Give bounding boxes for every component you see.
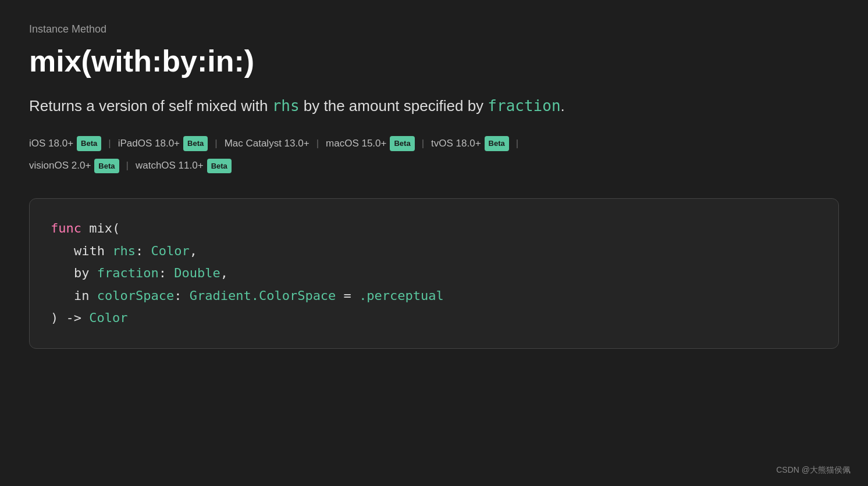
func-name: mix( <box>89 221 120 235</box>
param-with-comma: , <box>190 244 197 258</box>
param-by-type: Double <box>174 266 220 280</box>
platform-macos-name: macOS 15.0+ <box>326 135 386 153</box>
description: Returns a version of self mixed with rhs… <box>29 95 839 117</box>
platform-ipados-name: iPadOS 18.0+ <box>118 135 180 153</box>
keyword-func: func <box>51 221 81 235</box>
param-with-type: Color <box>151 244 189 258</box>
param-in-label: in <box>74 288 97 303</box>
code-line-param-with: with rhs: Color, <box>51 240 817 263</box>
param-in-type: Gradient.ColorSpace <box>190 288 336 303</box>
platform-visionos-beta: Beta <box>94 159 119 173</box>
platform-row-1: iOS 18.0+ Beta | iPadOS 18.0+ Beta | Mac… <box>29 135 839 153</box>
param-with-colon: : <box>136 244 151 258</box>
watermark: CSDN @大熊猫侯佩 <box>776 465 851 476</box>
param-by-label: by <box>74 266 97 280</box>
sep-6: | <box>126 157 129 175</box>
desc-text-end: . <box>561 97 565 115</box>
sep-3: | <box>316 135 319 153</box>
sep-2: | <box>215 135 217 153</box>
desc-text-after-rhs: by the amount specified by <box>300 97 488 115</box>
param-by-colon: : <box>159 266 175 280</box>
arrow-symbol: -> <box>66 310 90 325</box>
code-line-return: ) -> Color <box>51 307 817 330</box>
sep-5: | <box>516 135 518 153</box>
platform-ios: iOS 18.0+ Beta <box>29 135 101 153</box>
code-line-param-in: in colorSpace: Gradient.ColorSpace = .pe… <box>51 285 817 308</box>
platform-maccatalyst: Mac Catalyst 13.0+ <box>225 135 310 153</box>
param-fraction-name: fraction <box>97 266 159 280</box>
param-by-comma: , <box>220 266 228 280</box>
code-line-param-by: by fraction: Double, <box>51 262 817 285</box>
platform-macos-beta: Beta <box>390 136 414 151</box>
instance-method-label: Instance Method <box>29 23 839 35</box>
platform-watchos-beta: Beta <box>207 159 232 173</box>
code-close-paren: ) <box>51 310 66 325</box>
param-in-default: .perceptual <box>359 288 444 303</box>
platform-macos: macOS 15.0+ Beta <box>326 135 415 153</box>
param-in-equals: = <box>336 288 359 303</box>
platform-ios-name: iOS 18.0+ <box>29 135 73 153</box>
platform-row-2: visionOS 2.0+ Beta | watchOS 11.0+ Beta <box>29 157 839 175</box>
param-colorspace-name: colorSpace <box>97 288 174 303</box>
platform-watchos: watchOS 11.0+ Beta <box>136 157 232 175</box>
platform-maccatalyst-name: Mac Catalyst 13.0+ <box>225 135 310 153</box>
desc-text-before-rhs: Returns a version of self mixed with <box>29 97 272 115</box>
platform-tvos-name: tvOS 18.0+ <box>431 135 481 153</box>
platform-visionos-name: visionOS 2.0+ <box>29 157 91 175</box>
method-title: mix(with:by:in:) <box>29 45 839 78</box>
platform-watchos-name: watchOS 11.0+ <box>136 157 204 175</box>
platform-tvos: tvOS 18.0+ Beta <box>431 135 509 153</box>
platform-visionos: visionOS 2.0+ Beta <box>29 157 119 175</box>
sep-1: | <box>108 135 111 153</box>
sep-4: | <box>422 135 424 153</box>
platform-ios-beta: Beta <box>77 136 101 151</box>
platform-ipados: iPadOS 18.0+ Beta <box>118 135 208 153</box>
param-rhs-name: rhs <box>112 244 136 258</box>
desc-code-rhs: rhs <box>272 97 300 115</box>
platform-tvos-beta: Beta <box>485 136 509 151</box>
param-with-label: with <box>74 244 112 258</box>
code-line-func: func mix( <box>51 217 817 240</box>
platforms-container: iOS 18.0+ Beta | iPadOS 18.0+ Beta | Mac… <box>29 135 839 175</box>
param-in-colon: : <box>174 288 190 303</box>
return-type: Color <box>89 310 127 325</box>
platform-ipados-beta: Beta <box>183 136 208 151</box>
desc-code-fraction: fraction <box>488 97 560 115</box>
code-block: func mix( with rhs: Color, by fraction: … <box>29 198 839 349</box>
